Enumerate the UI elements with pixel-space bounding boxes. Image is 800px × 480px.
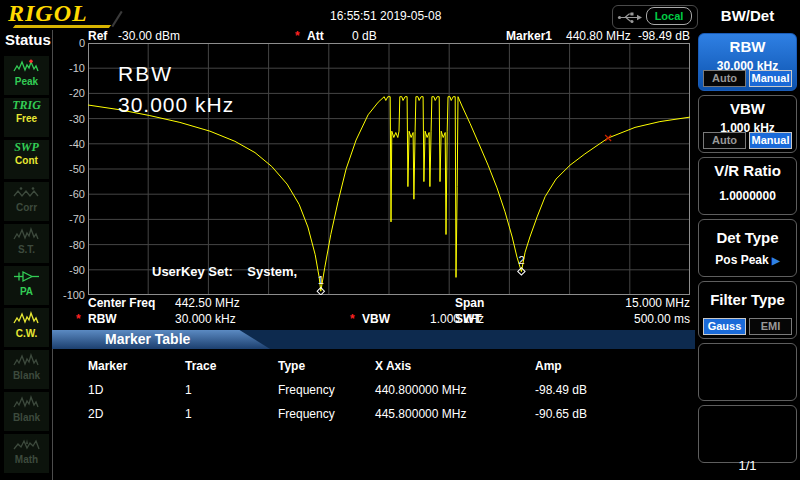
menu-button-vbw[interactable]: VBW1.000 kHzAutoManual	[698, 95, 797, 153]
logo-tail	[111, 11, 122, 27]
menu-button-blank-7[interactable]	[698, 405, 797, 463]
corr-label: Corr	[4, 202, 49, 213]
center-freq-value: 442.50 MHz	[175, 296, 240, 311]
menu-button-blank-6[interactable]	[698, 343, 797, 401]
att-label: Att	[307, 30, 324, 43]
swp-state-label: Cont	[4, 155, 49, 166]
blank-wave-icon	[4, 392, 49, 412]
rbw-coupled-star: *	[76, 312, 81, 327]
vbw-coupled-star: *	[350, 312, 355, 327]
pa-icon	[4, 266, 49, 286]
menu-page-title: BW/Det	[695, 7, 800, 24]
y-axis-tick: 0	[52, 37, 85, 49]
menu-button-value: Pos Peak ▶	[699, 253, 796, 267]
span-value: 15.000 MHz	[580, 296, 690, 311]
blank2-label: Blank	[4, 412, 49, 423]
table-row-2-xaxis: 445.800000 MHz	[375, 407, 466, 421]
sidebar-item-cw: C.W.	[4, 308, 49, 347]
corr-wave-icon	[4, 182, 49, 202]
math-wave-icon	[4, 434, 49, 454]
spectrum-plot: 12	[88, 43, 690, 295]
peak-wave-icon	[4, 56, 49, 76]
y-axis-tick: -80	[52, 239, 85, 251]
sidebar-item-math: Math	[4, 434, 49, 473]
menu-button-title: V/R Ratio	[699, 162, 796, 179]
toggle-gauss[interactable]: Gauss	[703, 318, 746, 335]
col-header-amp: Amp	[535, 359, 562, 373]
datetime-display: 16:55:51 2019-05-08	[330, 9, 441, 23]
toggle-auto[interactable]: Auto	[703, 132, 746, 149]
col-header-marker: Marker	[88, 359, 127, 373]
red-x-marker	[605, 135, 611, 141]
menu-page-indicator: 1/1	[695, 458, 800, 473]
menu-button-det-type[interactable]: Det TypePos Peak ▶	[698, 219, 797, 277]
trig-state-label: Free	[4, 113, 49, 124]
att-value: 0 dB	[352, 30, 377, 43]
col-header-xaxis: X Axis	[375, 359, 411, 373]
y-axis-tick: -90	[52, 264, 85, 276]
y-axis-tick: -40	[52, 138, 85, 150]
math-label: Math	[4, 454, 49, 465]
marker-2-label: 2	[518, 254, 524, 266]
rbw-overlay-line1: RBW	[118, 62, 173, 86]
logo-swoosh	[13, 25, 111, 28]
userkey-message: UserKey Set: System,	[152, 264, 297, 279]
peak-label: Peak	[4, 76, 49, 87]
marker-table-banner: Marker Table	[105, 331, 190, 347]
rigol-logo: RIGOL	[8, 0, 88, 27]
st-wave-icon	[4, 224, 49, 244]
center-freq-label: Center Freq	[88, 296, 155, 311]
status-sidebar-title: Status	[5, 31, 51, 48]
menu-button-rbw[interactable]: RBW30.000 kHzAutoManual	[698, 33, 797, 91]
table-row-2-type: Frequency	[278, 407, 335, 421]
st-label: S.T.	[4, 244, 49, 255]
sidebar-item-st: S.T.	[4, 224, 49, 263]
table-row-1-xaxis: 440.800000 MHz	[375, 383, 466, 397]
col-header-trace: Trace	[185, 359, 216, 373]
y-axis-tick: -60	[52, 188, 85, 200]
pa-label: PA	[4, 286, 49, 297]
vbw-label: VBW	[362, 312, 390, 327]
y-axis-tick: -50	[52, 163, 85, 175]
table-row-2-trace: 1	[185, 407, 192, 421]
sidebar-item-blank1: Blank	[4, 350, 49, 389]
rbw-label: RBW	[88, 312, 117, 327]
att-coupled-star: *	[295, 30, 300, 43]
sidebar-item-swp: SWPCont	[4, 140, 49, 179]
y-axis-tick: -100	[52, 289, 85, 301]
table-row-2-amp: -90.65 dB	[535, 407, 587, 421]
toggle-manual[interactable]: Manual	[749, 70, 792, 87]
table-row-2-marker: 2D	[88, 407, 103, 421]
blank-wave-icon	[4, 350, 49, 370]
menu-button-title: Filter Type	[699, 291, 796, 308]
sidebar-item-peak: Peak	[4, 56, 49, 95]
menu-button-title: VBW	[699, 100, 796, 117]
sidebar-item-pa: PA	[4, 266, 49, 305]
marker-1-label: 1	[318, 274, 324, 286]
toggle-emi[interactable]: EMI	[749, 318, 792, 335]
plot-area: 12	[88, 43, 690, 299]
menu-button-v-r-ratio[interactable]: V/R Ratio1.0000000	[698, 157, 797, 215]
toggle-group: AutoManual	[703, 132, 792, 149]
swt-label: SWT	[455, 312, 482, 327]
toggle-auto[interactable]: Auto	[703, 70, 746, 87]
marker-readout-amp: -98.49 dB	[620, 30, 690, 43]
menu-button-value: 1.0000000	[699, 189, 796, 203]
marker-readout-label: Marker1	[506, 30, 552, 43]
toggle-manual[interactable]: Manual	[749, 132, 792, 149]
swp-mode-label: SWP	[4, 140, 49, 155]
table-row-1-amp: -98.49 dB	[535, 383, 587, 397]
swt-value: 500.00 ms	[580, 312, 690, 327]
menu-button-filter-type[interactable]: Filter TypeGaussEMI	[698, 281, 797, 339]
ref-label: Ref	[88, 30, 107, 43]
sidebar-item-corr: Corr	[4, 182, 49, 221]
toggle-group: GaussEMI	[703, 318, 792, 335]
col-header-type: Type	[278, 359, 305, 373]
sidebar-item-blank2: Blank	[4, 392, 49, 431]
y-axis-tick: -20	[52, 87, 85, 99]
usb-icon	[617, 10, 643, 28]
y-axis-tick: -30	[52, 113, 85, 125]
toggle-group: AutoManual	[703, 70, 792, 87]
table-row-1-trace: 1	[185, 383, 192, 397]
menu-button-title: Det Type	[699, 229, 796, 246]
